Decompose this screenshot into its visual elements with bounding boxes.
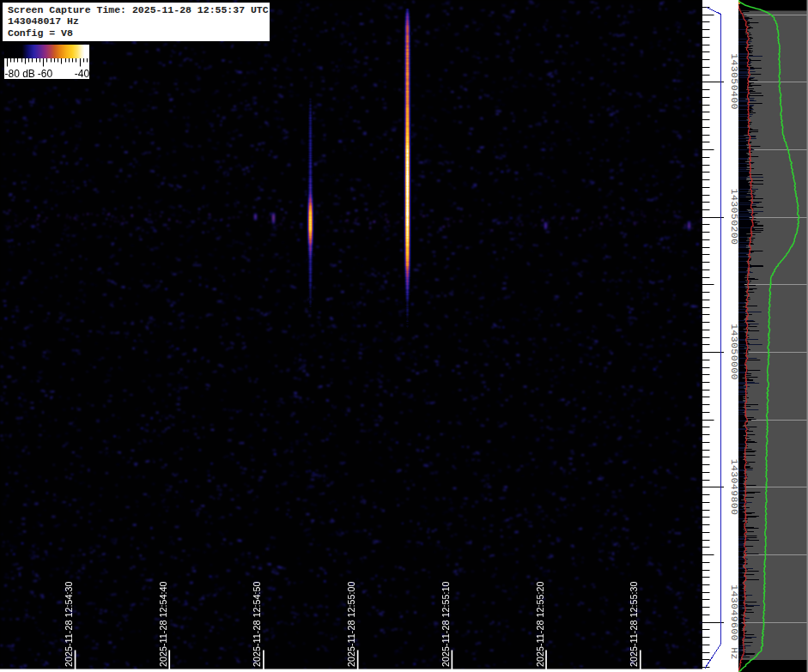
colorbar-label-80db: -80 dB (5, 68, 35, 80)
waterfall-spectrogram-canvas (0, 0, 702, 672)
freq-scale-label-1: 143050200 (729, 189, 739, 245)
colorbar-label-60db: -60 (38, 68, 52, 80)
spectrum-side-panel-canvas (738, 0, 808, 672)
colorbar-gradient (4, 45, 89, 58)
intensity-colorbar: -80 dB -60 -40 (4, 45, 89, 79)
info-line-frequency: 143048017 Hz (8, 15, 270, 27)
info-box: Screen Capture Time: 2025-11-28 12:55:37… (3, 3, 270, 41)
freq-scale-label-3: 143049800 (729, 459, 739, 516)
freq-scale-label-4: 143049600 Hz (729, 584, 739, 660)
freq-scale-label-0: 143050400 (729, 53, 739, 110)
frequency-scale-ticks: 1430504001430502001430500001430498001430… (702, 0, 738, 672)
colorbar-label-40db: -40 (75, 68, 89, 80)
freq-scale-label-2: 143050000 (729, 324, 739, 380)
info-line-capture-time: Screen Capture Time: 2025-11-28 12:55:37… (8, 4, 270, 15)
spectrogram-app-window: 1430504001430502001430500001430498001430… (0, 0, 808, 672)
frequency-scale: 1430504001430502001430500001430498001430… (702, 0, 738, 672)
info-line-config: Config = V8 (8, 27, 270, 39)
colorbar-ticks (4, 58, 89, 68)
